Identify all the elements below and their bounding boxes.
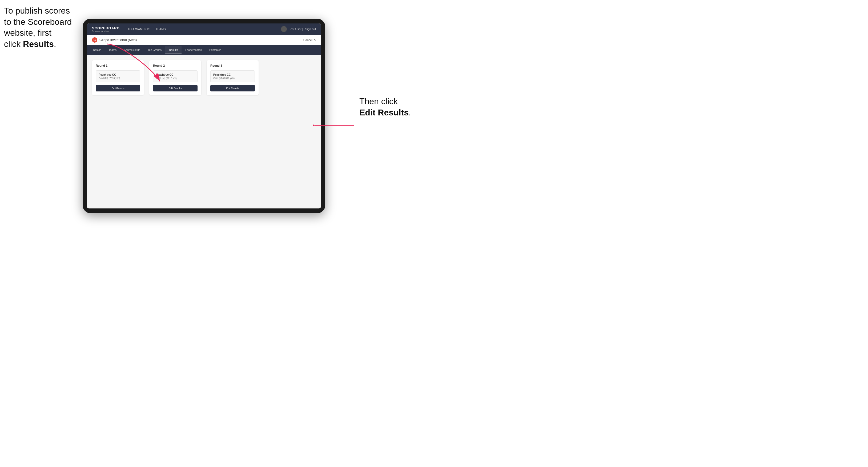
nav-user: Test User | bbox=[289, 27, 303, 31]
c-icon: C bbox=[92, 37, 97, 43]
tournament-header: C Clippd Invitational (Men) Cancel ✕ bbox=[87, 35, 321, 45]
course-name-3: Peachtree GC bbox=[213, 73, 252, 76]
tablet-device: SCOREBOARD Powered by clippd TOURNAMENTS… bbox=[83, 19, 325, 213]
nav-links: TOURNAMENTS TEAMS bbox=[128, 26, 281, 32]
instruction-left: To publish scores to the Scoreboard webs… bbox=[4, 5, 79, 50]
course-card-3: Peachtree GC Gold (M) (7010 yds) bbox=[210, 70, 255, 82]
user-avatar: T bbox=[281, 26, 287, 32]
close-icon: ✕ bbox=[313, 38, 316, 41]
edit-results-button-3[interactable]: Edit Results bbox=[210, 85, 255, 91]
round-3-title: Round 3 bbox=[210, 64, 255, 67]
course-card-1: Peachtree GC Gold (M) (7010 yds) bbox=[96, 70, 140, 82]
edit-results-button-1[interactable]: Edit Results bbox=[96, 85, 140, 91]
tab-bar: Details Teams Course Setup Tee Groups Re… bbox=[87, 45, 321, 55]
course-details-3: Gold (M) (7010 yds) bbox=[213, 77, 252, 80]
tab-details[interactable]: Details bbox=[89, 46, 105, 54]
nav-right: T Test User | Sign out bbox=[281, 26, 316, 32]
nav-teams[interactable]: TEAMS bbox=[156, 26, 166, 32]
course-card-2: Peachtree GC Gold (M) (7010 yds) bbox=[153, 70, 197, 82]
tab-tee-groups[interactable]: Tee Groups bbox=[144, 46, 165, 54]
tab-teams[interactable]: Teams bbox=[105, 46, 120, 54]
rounds-container: Round 1 Peachtree GC Gold (M) (7010 yds)… bbox=[92, 60, 316, 95]
tab-leaderboards[interactable]: Leaderboards bbox=[182, 46, 206, 54]
logo-sub: Powered by clippd bbox=[92, 30, 120, 32]
tab-results[interactable]: Results bbox=[165, 46, 182, 54]
nav-signout[interactable]: Sign out bbox=[305, 27, 316, 31]
instruction-right: Then click Edit Results. bbox=[359, 96, 429, 118]
cancel-button[interactable]: Cancel ✕ bbox=[303, 38, 316, 41]
tab-course-setup[interactable]: Course Setup bbox=[120, 46, 144, 54]
edit-results-button-2[interactable]: Edit Results bbox=[153, 85, 197, 91]
nav-tournaments[interactable]: TOURNAMENTS bbox=[128, 26, 150, 32]
main-content: Round 1 Peachtree GC Gold (M) (7010 yds)… bbox=[87, 55, 321, 209]
round-card-2: Round 2 Peachtree GC Gold (M) (7010 yds)… bbox=[149, 60, 201, 95]
nav-bar: SCOREBOARD Powered by clippd TOURNAMENTS… bbox=[87, 24, 321, 35]
course-details-2: Gold (M) (7010 yds) bbox=[156, 77, 195, 80]
logo-text: SCOREBOARD bbox=[92, 26, 120, 30]
course-details-1: Gold (M) (7010 yds) bbox=[99, 77, 137, 80]
round-1-title: Round 1 bbox=[96, 64, 140, 67]
round-card-1: Round 1 Peachtree GC Gold (M) (7010 yds)… bbox=[92, 60, 144, 95]
round-card-3: Round 3 Peachtree GC Gold (M) (7010 yds)… bbox=[207, 60, 258, 95]
course-name-2: Peachtree GC bbox=[156, 73, 195, 76]
tab-printables[interactable]: Printables bbox=[206, 46, 225, 54]
tablet-screen: SCOREBOARD Powered by clippd TOURNAMENTS… bbox=[87, 24, 321, 209]
round-2-title: Round 2 bbox=[153, 64, 197, 67]
course-name-1: Peachtree GC bbox=[99, 73, 137, 76]
tournament-title: C Clippd Invitational (Men) bbox=[92, 37, 137, 43]
logo-area: SCOREBOARD Powered by clippd bbox=[92, 26, 120, 32]
